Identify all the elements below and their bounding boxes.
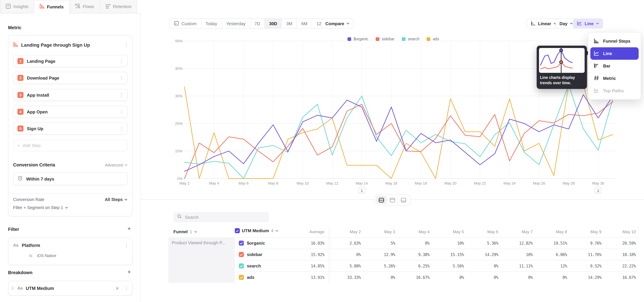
column-header[interactable]: May 6 [466,230,501,234]
report-main: Custom Today Yesterday 7D 30D 3M 6M 12M … [141,0,644,302]
column-header[interactable]: May 10 [604,230,638,234]
column-header[interactable]: May 9 [570,230,604,234]
column-header[interactable]: May 7 [501,230,535,234]
metric-title-row[interactable]: Landing Page through Sign Up ⋮ [13,38,129,52]
step-number-badge: 1 [18,58,24,64]
series-checkbox[interactable] [239,275,244,280]
filter-segment-dropdown[interactable]: Filter + Segment on Step 1 [13,205,68,210]
step-kebab-icon[interactable]: ⋮ [119,126,124,131]
step-kebab-icon[interactable]: ⋮ [119,75,124,80]
chart-type-dropdown-button[interactable]: Line [573,18,603,28]
column-header[interactable]: May 8 [535,230,570,234]
range-today[interactable]: Today [201,19,222,28]
remove-breakdown-icon[interactable]: ✕ [116,286,119,291]
cell-value: 11.11% [501,260,535,272]
tab-insights[interactable]: Insights [0,0,34,14]
chevron-down-icon [596,22,599,24]
funnel-step-row[interactable]: 5 Sign Up ⋮ [13,122,128,134]
compare-button[interactable]: Compare [321,18,354,28]
add-step-button[interactable]: + Add Step [13,140,128,151]
tab-retention[interactable]: Retention [100,0,137,14]
filter-section-label: Filter [8,227,19,232]
tab-funnels[interactable]: Funnels [34,0,70,14]
bar-chart-icon [594,63,600,69]
menu-item-line[interactable]: Line [590,47,639,60]
layout-split-view-button[interactable] [376,196,387,204]
cell-value: 14.29% [570,272,604,283]
layout-toggle-group [374,194,410,206]
layout-table-view-button[interactable] [398,196,409,204]
legend-item[interactable]: search [402,37,420,41]
chevron-down-icon [124,164,128,166]
funnel-step-row[interactable]: 3 App Install ⋮ [13,89,128,101]
avg-value: 14.85% [285,260,329,272]
column-header[interactable]: May 4 [398,230,432,234]
search-input[interactable] [185,214,265,220]
table-header-row: Average May 2 May 3 May 4 May 5 May 6 Ma… [236,227,638,237]
series-checkbox[interactable] [239,252,244,257]
string-type-icon: Aa [13,243,18,248]
range-yesterday[interactable]: Yesterday [222,19,250,28]
menu-item-funnel-steps[interactable]: Funnel Steps [590,35,639,47]
range-custom[interactable]: Custom [170,19,201,28]
legend-item[interactable]: ads [427,37,439,41]
legend-item[interactable]: sidebar [376,37,394,41]
legend-swatch [348,37,351,41]
range-7d[interactable]: 7D [250,19,265,28]
annotation-badge[interactable]: 1 [358,187,365,193]
conversion-window-row[interactable]: Within 7 days [13,172,128,185]
funnel-step-row[interactable]: 2 Download Page ⋮ [13,72,128,84]
column-header[interactable]: May 2 [329,227,364,237]
step-number-badge: 2 [18,75,24,81]
advanced-dropdown[interactable]: Advanced [105,162,128,167]
tab-flows[interactable]: Flows [69,0,100,14]
series-checkbox[interactable] [239,240,244,246]
range-6m[interactable]: 6M [297,19,312,28]
series-name: sidebar [247,252,262,257]
funnels-icon [40,4,44,10]
cell-value: 18.18% [604,249,638,260]
cell-value: 12.9% [364,249,398,260]
step-kebab-icon[interactable]: ⋮ [119,92,124,98]
svg-text:May 20: May 20 [444,181,456,186]
cell-value: 33.33% [329,272,364,283]
svg-text:40%: 40% [175,66,182,71]
insights-icon [6,4,11,10]
step-number-badge: 3 [18,92,24,98]
menu-item-bar[interactable]: Bar [590,60,639,72]
layout-chart-view-button[interactable] [387,196,398,204]
column-header[interactable]: May 3 [364,230,398,234]
conversion-rate-dropdown[interactable]: All Steps [105,197,128,202]
funnel-steps-icon [594,38,600,44]
funnel-step-row[interactable]: 4 App Open ⋮ [13,106,128,118]
series-checkbox[interactable] [239,264,244,268]
line-chart-icon [594,50,600,56]
step-kebab-icon[interactable]: ⋮ [119,58,124,64]
breakdown-kebab-icon[interactable]: ⋮ [124,286,129,291]
step-kebab-icon[interactable]: ⋮ [119,109,124,114]
svg-text:May 28: May 28 [563,181,575,186]
cell-value: 10% [432,238,466,249]
column-header[interactable]: May 5 [432,230,466,234]
annotation-badge[interactable]: 1 [595,187,602,193]
table-row: sidebar 15.92% 0% 12.9% 9.38% 15.15% 14.… [236,249,638,260]
add-filter-button[interactable]: + [126,226,132,232]
drag-handle-icon[interactable]: ☰ [11,286,14,290]
filter-value[interactable]: iOS Native [37,253,56,258]
query-builder-sidebar: Metric Landing Page through Sign Up ⋮ 1 … [0,14,141,302]
filter-property[interactable]: Platform [22,243,121,248]
column-header-average[interactable]: Average [285,230,329,234]
metric-kebab-icon[interactable]: ⋮ [124,42,129,48]
range-30d[interactable]: 30D [265,19,282,28]
legend-item[interactable]: $organic [348,37,368,41]
range-3m[interactable]: 3M [282,19,297,28]
filter-operator[interactable]: Is [29,253,32,258]
funnel-cell[interactable]: Product Viewed through P... [168,237,235,283]
table-row: search 14.85% 5.88% 5.26% 6.25% 5.56% 0%… [236,260,638,272]
menu-item-metric[interactable]: Metric [590,72,639,84]
breakdown-property[interactable]: UTM Medium [26,286,112,291]
funnel-step-row[interactable]: 1 Landing Page ⋮ [13,55,128,67]
add-breakdown-button[interactable]: + [126,270,132,275]
funnel-column-dropdown[interactable]: Funnel 1 [174,229,197,234]
filter-kebab-icon[interactable]: ⋮ [124,242,129,248]
